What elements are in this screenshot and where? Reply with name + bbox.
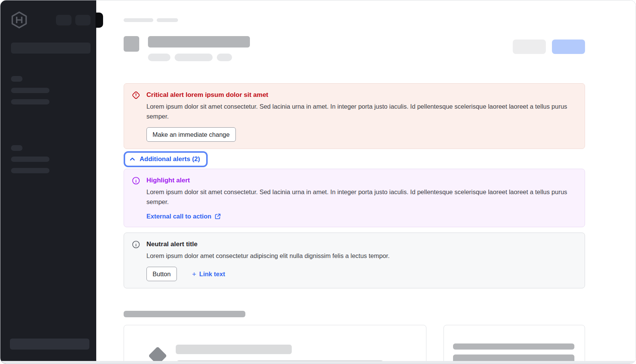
alert-diamond-icon [132,91,140,100]
badge-row [148,54,250,61]
nav-item-skeleton [11,168,49,173]
alert-content: Highlight alert Lorem ipsum dolor sit am… [146,176,577,220]
sidebar-footer-skeleton [10,339,89,350]
status-badge-skeleton [175,54,213,61]
link-label: External call to action [146,213,211,220]
alert-description: Lorem ipsum dolor sit amet consectetur. … [146,101,577,121]
app-frame: Critical alert lorem ipsum dolor sit ame… [0,0,636,364]
nav-section-label-skeleton [11,145,22,151]
section-title-skeleton [124,311,245,317]
window-bottom-edge [0,361,636,364]
sidebar-search-skeleton[interactable] [11,43,91,54]
neutral-alert-button[interactable]: Button [146,267,177,281]
alert-description: Lorem ipsum dolor sit amet consectetur. … [146,187,577,207]
nav-item-skeleton [11,88,49,93]
nav-section-label-skeleton [11,76,22,82]
immediate-change-button[interactable]: Make an immediate change [146,127,236,142]
card-row [124,325,585,364]
page-title-block [148,36,250,61]
link-text-link[interactable]: + Link text [192,271,225,278]
additional-alerts-toggle[interactable]: Additional alerts (2) [124,151,208,167]
alert-description: Lorem ipsum dolor amet consectetur adipi… [146,251,577,261]
main-content: Critical alert lorem ipsum dolor sit ame… [96,0,636,364]
alert-actions: External call to action [146,213,577,220]
sidebar-collapse-handle[interactable] [95,13,103,28]
header-actions [513,40,585,54]
nav-item-skeleton [11,157,49,162]
critical-alert-banner: Critical alert lorem ipsum dolor sit ame… [124,83,585,149]
card-text-skeleton [453,343,574,350]
secondary-action-button-skeleton[interactable] [513,40,546,54]
alert-content: Neutral alert title Lorem ipsum dolor am… [146,239,577,281]
sidebar-top-button-skeleton[interactable] [56,15,72,25]
additional-alerts-label: Additional alerts (2) [140,155,200,164]
page-header [124,36,585,61]
alert-actions: Make an immediate change [146,127,577,142]
breadcrumb-item-skeleton [157,18,178,22]
status-badge-skeleton [148,54,170,61]
breadcrumb-item-skeleton [124,18,153,22]
alert-title: Critical alert lorem ipsum dolor sit ame… [146,90,577,100]
nav-item-skeleton [11,99,49,104]
external-call-to-action-link[interactable]: External call to action [146,213,221,220]
chevron-up-icon [129,156,135,162]
status-badge-skeleton [217,54,232,61]
info-circle-icon [132,240,140,249]
page-title-skeleton [148,36,250,47]
highlight-alert-banner: Highlight alert Lorem ipsum dolor sit am… [124,169,585,227]
primary-action-button-skeleton[interactable] [552,40,585,54]
plus-icon: + [192,271,196,277]
content-card [124,325,426,364]
hashicorp-logo [10,11,28,29]
alert-title: Highlight alert [146,176,577,185]
alert-content: Critical alert lorem ipsum dolor sit ame… [146,90,577,142]
external-link-icon [215,213,221,220]
sidebar-top-button-skeleton[interactable] [75,15,91,25]
info-circle-icon [132,176,140,185]
neutral-alert-banner: Neutral alert title Lorem ipsum dolor am… [124,233,585,288]
page-icon-skeleton [124,36,139,52]
sidebar [0,0,96,364]
breadcrumb [124,18,585,22]
alert-title: Neutral alert title [146,239,577,249]
alert-actions: Button + Link text [146,267,577,281]
content-card [444,325,585,364]
card-title-skeleton [176,345,292,354]
link-label: Link text [199,271,225,278]
